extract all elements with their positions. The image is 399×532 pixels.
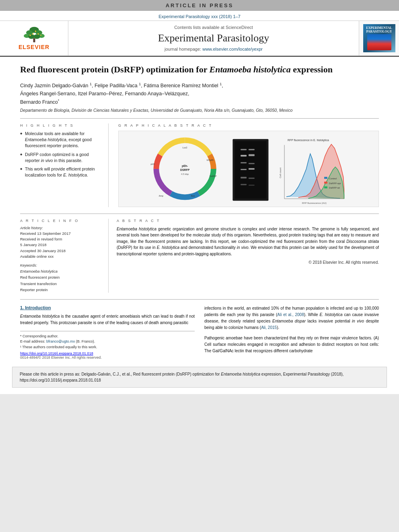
svg-rect-31 (241, 169, 247, 170)
footnote-corresponding: * Corresponding author. (20, 334, 195, 339)
svg-text:Neo: Neo (191, 195, 195, 197)
svg-point-12 (40, 35, 41, 36)
svg-point-10 (37, 33, 39, 34)
doi-issn: 0014-4894/© 2018 Elsevier Inc. All right… (20, 355, 195, 359)
svg-text:RFP fluorescence (AU): RFP fluorescence (AU) (302, 202, 327, 204)
body-col-left: 1. Introduction Entamoeba histolytica is… (20, 305, 195, 360)
svg-rect-35 (241, 184, 247, 185)
svg-point-11 (29, 35, 31, 36)
ref-ali-2015[interactable]: Ali, 2015 (261, 325, 277, 330)
keyword-3: Transient transfection (20, 281, 103, 287)
svg-rect-27 (241, 155, 247, 156)
page-wrapper: ARTICLE IN PRESS Experimental Parasitolo… (0, 0, 399, 394)
svg-text:Luc2: Luc2 (183, 146, 187, 148)
svg-text:DsRFP-wt: DsRFP-wt (329, 187, 340, 189)
svg-text:pEh-: pEh- (182, 164, 188, 168)
svg-text:Control: Control (329, 177, 337, 180)
ref-ali-2008[interactable]: Ali et al., 2008 (277, 312, 304, 317)
citation-line: Experimental Parasitology xxx (2018) 1–7 (158, 14, 241, 19)
doi-link[interactable]: https://doi.org/10.1016/j.exppara.2018.0… (20, 351, 93, 355)
svg-text:Amp: Amp (159, 195, 163, 197)
intro-right-text: infections in the world, an estimated 10… (204, 305, 379, 331)
homepage-link[interactable]: www.elsevier.com/locate/yexpr (202, 47, 263, 51)
graphical-abstract-svg: Luc2 EHp65 DsRFP Neo Amp pUC pEh- DSRFP … (119, 131, 378, 207)
svg-rect-44 (324, 186, 327, 188)
svg-text:DsRFP-opt: DsRFP-opt (329, 182, 341, 185)
article-title: Red fluorescent protein (DsRFP) optimiza… (20, 64, 379, 76)
received-date: Received 13 September 2017 (20, 231, 103, 236)
journal-header: ELSEVIER Contents lists available at Sci… (0, 21, 399, 57)
elsevier-logo-box: ELSEVIER (0, 21, 68, 55)
homepage-label: journal homepage: (165, 47, 201, 51)
abstract-label: A B S T R A C T (117, 219, 379, 223)
svg-rect-26 (249, 149, 255, 150)
revised-date: 5 January 2018 (20, 242, 103, 248)
body-col-right: infections in the world, an estimated 10… (204, 305, 379, 360)
doi-url: https://doi.org/10.1016/j.exppara.2018.0… (20, 351, 195, 355)
journal-cover-box: EXPERIMENTALPARASITOLOGY (359, 21, 399, 55)
svg-text:DsRFP: DsRFP (210, 175, 217, 177)
svg-rect-30 (249, 163, 255, 164)
graphical-abstract-image: Luc2 EHp65 DsRFP Neo Amp pUC pEh- DSRFP … (118, 131, 379, 207)
svg-rect-33 (241, 177, 247, 179)
svg-text:DSRFP: DSRFP (180, 168, 190, 171)
info-abstract-section: A R T I C L E I N F O Article history: R… (20, 214, 379, 293)
article-info-col: A R T I C L E I N F O Article history: R… (20, 219, 109, 293)
intro-left-text: Entamoeba histolytica is the causative a… (20, 313, 195, 326)
introduction-section: 1. Introduction Entamoeba histolytica is… (20, 299, 379, 360)
citation-bar: Please cite this article in press as: De… (12, 367, 387, 388)
footnote-email: E-mail address: bfranco@ugto.mx (B. Fran… (20, 339, 195, 345)
highlight-item-3: This work will provide efficient protein… (20, 166, 103, 178)
highlight-item-2: DsRFP codon optimized is a good reporter… (20, 152, 103, 164)
svg-rect-40 (324, 177, 327, 179)
available-online: Available online xxx (20, 254, 103, 259)
keywords-label: Keywords: (20, 263, 103, 267)
intro-right-text-2: Pathogenic amoebae have been characteriz… (204, 335, 379, 354)
article-in-press-banner: ARTICLE IN PRESS (0, 0, 399, 11)
keywords-list: Entamoeba histolytica Red fluorescent pr… (20, 268, 103, 293)
elsevier-tree-icon (18, 27, 50, 43)
abstract-text: Entamoeba histolytica genetic organizati… (117, 226, 379, 257)
two-col-body: 1. Introduction Entamoeba histolytica is… (20, 305, 379, 360)
highlights-list: Molecular tools are available for Entamo… (20, 131, 103, 179)
article-content: Red fluorescent protein (DsRFP) optimiza… (0, 57, 399, 367)
svg-rect-36 (249, 185, 255, 185)
abstract-col: A B S T R A C T Entamoeba histolytica ge… (117, 219, 379, 293)
journal-center: Contents lists available at ScienceDirec… (68, 21, 359, 55)
svg-text:EHp65: EHp65 (207, 159, 214, 161)
highlights-graphical-section: H I G H L I G H T S Molecular tools are … (20, 118, 379, 207)
email-link[interactable]: bfranco@ugto.mx (46, 339, 75, 343)
keyword-2: Red fluorescent protein (20, 274, 103, 280)
svg-point-8 (32, 33, 33, 34)
accepted-date: Accepted 30 January 2018 (20, 248, 103, 254)
svg-point-9 (35, 31, 36, 32)
section-heading: 1. Introduction (20, 305, 195, 310)
svg-text:pUC: pUC (151, 163, 155, 165)
svg-rect-34 (249, 178, 255, 179)
authors: Cindy Jazmín Delgado-Galván 1, Felipe Pa… (20, 81, 379, 106)
highlights-col: H I G H L I G H T S Molecular tools are … (20, 123, 109, 207)
svg-text:Cell count: Cell count (279, 167, 282, 178)
history-label: Article history: (20, 226, 103, 230)
svg-text:RFP fluorescence in E. histoly: RFP fluorescence in E. histolytica (288, 139, 329, 142)
svg-rect-32 (249, 168, 255, 170)
footnote-area: * Corresponding author. E-mail address: … (20, 331, 195, 350)
section-title: Introduction (25, 305, 51, 310)
highlights-label: H I G H L I G H T S (20, 123, 103, 127)
affiliation: Departamento de Biología, División de Ci… (20, 108, 379, 113)
svg-rect-29 (241, 162, 247, 163)
contents-line: Contents lists available at ScienceDirec… (174, 25, 253, 30)
elsevier-label: ELSEVIER (19, 44, 49, 50)
keyword-4: Reporter protein (20, 287, 103, 293)
svg-rect-25 (241, 149, 247, 150)
svg-rect-42 (324, 182, 327, 184)
journal-cover-image: EXPERIMENTALPARASITOLOGY (363, 24, 395, 52)
article-info-label: A R T I C L E I N F O (20, 219, 103, 223)
footnote-superscript: ¹ These authors contributed equally to t… (20, 345, 195, 350)
highlight-item-1: Molecular tools are available for Entamo… (20, 131, 103, 149)
received-revised-label: Received in revised form (20, 236, 103, 242)
section-number: 1. (20, 305, 24, 310)
keyword-1: Entamoeba histolytica (20, 268, 103, 274)
graphical-abstract-label: G R A P H I C A L A B S T R A C T (118, 123, 379, 127)
copyright: © 2018 Elsevier Inc. All rights reserved… (117, 260, 379, 265)
